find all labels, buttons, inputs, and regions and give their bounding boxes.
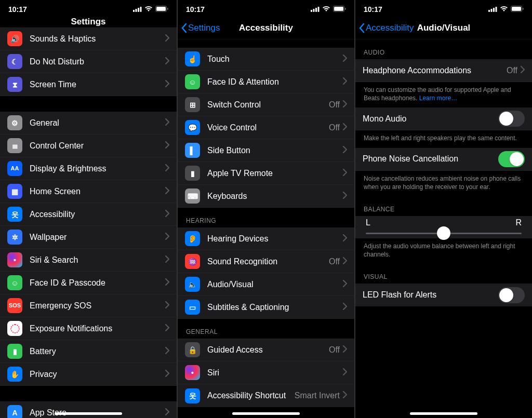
- phone-settings: 10:17 Settings 🔊Sounds & Haptics☾Do Not …: [0, 0, 177, 418]
- chevron-right-icon: [343, 123, 347, 132]
- row-home-screen[interactable]: ▦Home Screen: [0, 180, 177, 203]
- row-accessibility[interactable]: 웃Accessibility: [0, 203, 177, 226]
- svg-rect-12: [334, 7, 343, 11]
- svg-rect-1: [136, 9, 137, 12]
- speaker-icon: 🔈: [185, 277, 200, 292]
- row-mono-audio[interactable]: Mono Audio: [355, 107, 532, 130]
- row-label: Emergency SOS: [30, 301, 165, 311]
- row-sound-recognition[interactable]: ♒Sound RecognitionOff: [178, 250, 354, 273]
- row-general[interactable]: ⚙︎General: [0, 112, 177, 134]
- home-indicator[interactable]: [232, 412, 300, 415]
- status-icons: [311, 5, 346, 14]
- row-exposure-notifications[interactable]: Exposure Notifications: [0, 317, 177, 340]
- chevron-right-icon: [165, 57, 169, 66]
- row-side-button[interactable]: ▌Side Button: [178, 139, 354, 162]
- chevron-right-icon: [343, 391, 347, 400]
- sound-rec-icon: ♒: [185, 254, 200, 269]
- balance-labels: L R: [355, 216, 532, 227]
- row-hearing-devices[interactable]: 👂Hearing Devices: [178, 227, 354, 250]
- back-button[interactable]: Settings: [181, 23, 220, 33]
- row-privacy[interactable]: ✋Privacy: [0, 363, 177, 386]
- noise-cancellation-switch[interactable]: [498, 151, 525, 167]
- back-button[interactable]: Accessibility: [358, 23, 414, 33]
- row-control-center[interactable]: ≣Control Center: [0, 134, 177, 157]
- settings-list[interactable]: 🔊Sounds & Haptics☾Do Not Disturb⧗Screen …: [0, 28, 177, 418]
- row-label: Phone Noise Cancellation: [363, 154, 498, 164]
- exposure-icon: [7, 321, 22, 336]
- row-noise-cancellation[interactable]: Phone Noise Cancellation: [355, 148, 532, 171]
- row-switch-control[interactable]: ⊞Switch ControlOff: [178, 93, 354, 116]
- row-led-flash[interactable]: LED Flash for Alerts: [355, 284, 532, 306]
- led-flash-switch[interactable]: [498, 287, 525, 303]
- row-app-store[interactable]: AApp Store: [0, 401, 177, 418]
- switches-icon: ≣: [7, 138, 22, 153]
- row-detail: Off: [329, 123, 340, 132]
- row-label: Guided Access: [207, 345, 329, 355]
- row-emergency-sos[interactable]: SOSEmergency SOS: [0, 294, 177, 317]
- row-battery[interactable]: ▮Battery: [0, 340, 177, 363]
- row-label: Touch: [207, 55, 343, 64]
- row-label: Side Button: [207, 146, 343, 155]
- row-label: Subtitles & Captioning: [207, 303, 343, 312]
- row-screen-time[interactable]: ⧗Screen Time: [0, 73, 177, 96]
- section-header: HEARING: [178, 208, 354, 227]
- balance-slider[interactable]: [355, 227, 532, 238]
- svg-rect-13: [345, 8, 346, 10]
- back-label: Accessibility: [366, 23, 414, 33]
- chevron-left-icon: [181, 23, 187, 33]
- row-face-id-passcode[interactable]: ☺Face ID & Passcode: [0, 272, 177, 294]
- svg-rect-15: [491, 9, 493, 12]
- row-label: Control Center: [30, 141, 165, 151]
- row-wallpaper[interactable]: ✲Wallpaper: [0, 226, 177, 249]
- sound-icon: 🔊: [7, 31, 22, 46]
- row-subtitles-captioning[interactable]: ▭Subtitles & Captioning: [178, 296, 354, 319]
- row-audio-visual[interactable]: 🔈Audio/Visual: [178, 273, 354, 296]
- chevron-right-icon: [343, 280, 347, 289]
- row-sounds-haptics[interactable]: 🔊Sounds & Haptics: [0, 28, 177, 50]
- battery-status-icon: [511, 5, 524, 14]
- wifi-icon: [500, 5, 508, 14]
- balance-right-label: R: [515, 218, 522, 227]
- slider-thumb[interactable]: [437, 226, 450, 240]
- row-headphone-accommodations[interactable]: Headphone Accommodations Off: [355, 59, 532, 82]
- row-guided-access[interactable]: 🔒Guided AccessOff: [178, 339, 354, 361]
- chevron-right-icon: [343, 368, 347, 377]
- row-apple-tv-remote[interactable]: ▮Apple TV Remote: [178, 162, 354, 185]
- chevron-right-icon: [165, 408, 169, 417]
- row-face-id-attention[interactable]: ☺Face ID & Attention: [178, 71, 354, 93]
- learn-more-link[interactable]: Learn more…: [419, 95, 457, 102]
- chevron-right-icon: [165, 255, 169, 265]
- accessibility-list[interactable]: ☝Touch☺Face ID & Attention⊞Switch Contro…: [178, 39, 354, 418]
- row-siri-search[interactable]: •Siri & Search: [0, 249, 177, 272]
- row-label: Mono Audio: [363, 114, 498, 124]
- row-keyboards[interactable]: ⌨Keyboards: [178, 185, 354, 208]
- nav-bar: Accessibility Audio/Visual: [355, 17, 532, 39]
- row-accessibility-shortcut[interactable]: 웃Accessibility ShortcutSmart Invert: [178, 384, 354, 407]
- row-display-brightness[interactable]: AADisplay & Brightness: [0, 157, 177, 180]
- voice-icon: 💬: [185, 120, 200, 135]
- siri-icon: •: [185, 365, 200, 380]
- status-bar: 10:17: [178, 0, 354, 17]
- balance-left-label: L: [366, 218, 370, 227]
- gear-icon: ⚙︎: [7, 115, 22, 130]
- wifi-icon: [322, 5, 330, 14]
- row-touch[interactable]: ☝Touch: [178, 48, 354, 71]
- row-do-not-disturb[interactable]: ☾Do Not Disturb: [0, 50, 177, 73]
- back-label: Settings: [188, 23, 220, 33]
- mono-audio-switch[interactable]: [498, 111, 525, 127]
- phone-accessibility: 10:17 Settings Accessibility ☝Touch☺Face…: [178, 0, 354, 418]
- row-label: Sounds & Haptics: [30, 34, 165, 44]
- row-label: Headphone Accommodations: [363, 66, 507, 75]
- home-indicator[interactable]: [410, 412, 477, 415]
- chevron-right-icon: [165, 210, 169, 219]
- home-indicator[interactable]: [55, 412, 122, 415]
- chevron-right-icon: [343, 169, 347, 178]
- person-icon: 웃: [7, 207, 22, 222]
- aa-icon: AA: [7, 161, 22, 176]
- row-label: Face ID & Passcode: [30, 278, 165, 288]
- row-label: Face ID & Attention: [207, 77, 343, 87]
- row-voice-control[interactable]: 💬Voice ControlOff: [178, 116, 354, 139]
- audiovisual-list[interactable]: AUDIO Headphone Accommodations Off You c…: [355, 39, 532, 418]
- row-siri[interactable]: •Siri: [178, 361, 354, 384]
- subtitles-icon: ▭: [185, 300, 200, 315]
